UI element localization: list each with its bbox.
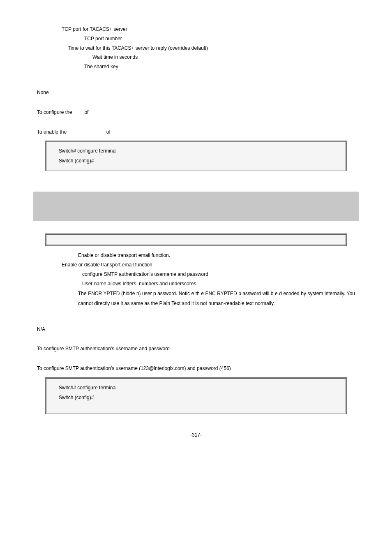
param-port-desc: TCP port number (84, 34, 355, 44)
usage-intro: To configure the (37, 109, 72, 115)
param-timeout-label: Time to wait for this TACACS+ server to … (68, 44, 355, 53)
example-text: To enable the of (37, 127, 355, 137)
section-banner (33, 192, 359, 221)
code2-line-1: Switch# configure terminal (59, 383, 333, 393)
param-timeout-desc: Wait time in seconds (92, 53, 355, 62)
page-number: -317- (37, 430, 355, 440)
usage-guide-2: To configure SMTP authentication's usern… (37, 344, 355, 354)
code-block-1: Switch# configure terminal Switch (confi… (45, 141, 347, 171)
desc-line-1: Enable or disable transport email functi… (78, 251, 355, 260)
desc-line-2: Enable or disable transport email functi… (62, 260, 355, 270)
example-text-2: To configure SMTP authentication's usern… (37, 364, 355, 373)
user-desc: User name allows letters, numbers and un… (82, 279, 355, 289)
code-line-1: Switch# configure terminal (59, 146, 333, 156)
auth-desc: configure SMTP authentication's username… (82, 270, 355, 279)
default-value-2: N/A (37, 325, 355, 334)
usage-guide-text: To configure the of (37, 108, 355, 117)
param-key-desc: The shared key (84, 62, 355, 72)
syntax-box (45, 234, 347, 246)
code-line-2: Switch (config)# (59, 156, 333, 166)
password-desc: The ENCR YPTED (hidde n) user p assword.… (78, 289, 355, 308)
code-block-2: Switch# configure terminal Switch (confi… (45, 377, 347, 414)
param-port-label: TCP port for TACACS+ server (62, 25, 355, 34)
example-mid: of (106, 129, 111, 135)
default-value: None (37, 88, 355, 97)
usage-mid: of (84, 109, 88, 115)
example-intro: To enable the (37, 129, 67, 135)
code2-line-2: Switch (config)# (59, 393, 333, 402)
